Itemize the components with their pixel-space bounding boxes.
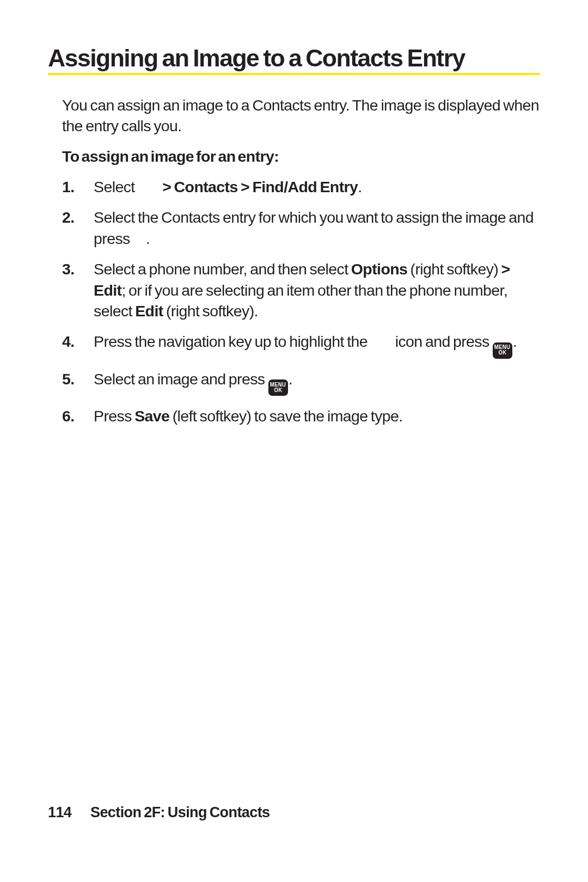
key-label-bottom: OK (274, 388, 282, 393)
step-text: (right softkey) (407, 260, 501, 278)
step-text: . (146, 230, 150, 247)
step-text: Select the Contacts entry for which you … (94, 209, 534, 247)
step-number: 6. (62, 406, 94, 426)
step-body: Select an image and press MENUOK. (94, 369, 540, 396)
step-number: 1. (62, 176, 94, 197)
step-bold: Save (134, 407, 169, 425)
menu-ok-key-icon: MENUOK (268, 379, 288, 396)
menu-ok-key-icon: MENUOK (493, 342, 512, 359)
step-text: (right softkey). (163, 302, 258, 320)
step-body: Select the Contacts entry for which you … (94, 207, 540, 249)
step-text: (left softkey) to save the image type. (169, 407, 402, 425)
step-text: Press (94, 407, 134, 425)
steps-list: 1. Select > Contacts > Find/Add Entry. 2… (48, 176, 540, 427)
step-body: Select > Contacts > Find/Add Entry. (94, 176, 540, 197)
step-text: . (513, 333, 517, 350)
page-title: Assigning an Image to a Contacts Entry (48, 46, 540, 75)
step-body: Select a phone number, and then select O… (94, 259, 540, 321)
step-1: 1. Select > Contacts > Find/Add Entry. (62, 176, 540, 197)
step-text: Select a phone number, and then select (94, 260, 351, 278)
step-6: 6. Press Save (left softkey) to save the… (62, 406, 540, 426)
intro-paragraph: You can assign an image to a Contacts en… (48, 95, 540, 137)
step-5: 5. Select an image and press MENUOK. (62, 369, 540, 396)
step-text: Select an image and press (94, 370, 268, 388)
page-number: 114 (48, 804, 90, 821)
step-text: icon and press (392, 333, 492, 350)
subheading: To assign an image for an entry: (48, 148, 540, 166)
step-body: Press Save (left softkey) to save the im… (94, 406, 540, 426)
step-number: 5. (62, 369, 94, 396)
step-text: Press the navigation key up to highlight… (94, 333, 370, 350)
step-3: 3. Select a phone number, and then selec… (62, 259, 540, 321)
step-4: 4. Press the navigation key up to highli… (62, 331, 540, 359)
manual-page: Assigning an Image to a Contacts Entry Y… (0, 0, 588, 882)
step-number: 2. (62, 207, 94, 249)
step-2: 2. Select the Contacts entry for which y… (62, 207, 540, 249)
section-label: Section 2F: Using Contacts (90, 804, 270, 820)
step-bold: > Contacts > Find/Add Entry (160, 178, 358, 195)
key-label-bottom: OK (498, 350, 506, 356)
step-bold: Edit (135, 302, 163, 320)
step-text: Select (94, 178, 138, 195)
step-bold: Options (351, 260, 407, 278)
step-text: . (358, 178, 362, 195)
page-footer: 114Section 2F: Using Contacts (48, 804, 270, 821)
step-number: 4. (62, 331, 94, 359)
step-number: 3. (62, 259, 94, 321)
step-body: Press the navigation key up to highlight… (94, 331, 540, 359)
step-text: . (289, 370, 292, 388)
